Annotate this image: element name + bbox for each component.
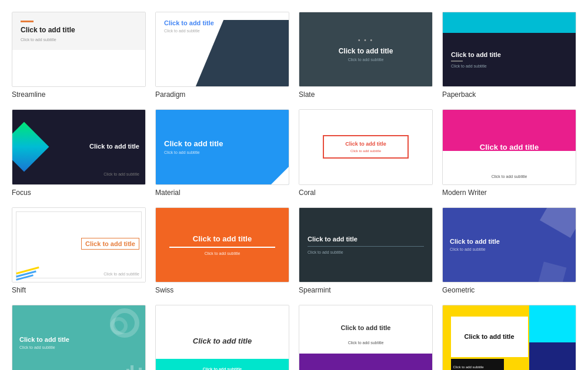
shift-label: Shift — [12, 286, 146, 294]
paperback-teal-bar — [443, 12, 576, 33]
pop-title: Click to add title — [462, 331, 517, 342]
paperback-content: Click to add title Click to add subtitle — [443, 33, 576, 86]
template-item-material[interactable]: Click to add title Click to add subtitle… — [155, 109, 289, 196]
pop-dark-block — [529, 342, 576, 370]
beach-day-subtitle: Click to add subtitle — [203, 367, 242, 370]
template-item-paperback[interactable]: Click to add title Click to add subtitle… — [442, 12, 576, 99]
momentum-circle2 — [110, 317, 128, 335]
swiss-title: Click to add title — [193, 234, 252, 243]
shift-title: Click to add title — [81, 238, 139, 250]
paperback-subtitle: Click to add subtitle — [451, 64, 567, 68]
template-item-modern-writer[interactable]: Click to add title Click to add subtitle… — [442, 109, 576, 196]
template-item-plum[interactable]: Click to add title Click to add subtitle… — [299, 305, 433, 370]
template-item-spearmint[interactable]: Click to add title Click to add subtitle… — [299, 207, 433, 294]
template-thumb-momentum[interactable]: Click to add title Click to add subtitle — [12, 305, 146, 370]
slate-label: Slate — [299, 90, 433, 99]
modern-writer-title: Click to add title — [443, 143, 576, 152]
template-item-geometric[interactable]: Click to add title Click to add subtitle… — [442, 207, 576, 294]
swiss-label: Swiss — [155, 286, 289, 294]
material-content: Click to add title Click to add subtitle — [156, 110, 289, 184]
material-subtitle: Click to add subtitle — [164, 150, 280, 154]
material-corner — [271, 167, 289, 184]
template-thumb-streamline[interactable]: Click to add title Click to add subtitle — [12, 12, 146, 87]
template-grid: Click to add title Click to add subtitle… — [12, 12, 576, 370]
template-thumb-shift[interactable]: Click to add title Click to add subtitle — [12, 207, 146, 282]
template-item-momentum[interactable]: Click to add title Click to add subtitle… — [12, 305, 146, 370]
paradigm-title: Click to add title — [164, 19, 214, 26]
spearmint-label: Spearmint — [299, 286, 433, 294]
focus-title: Click to add title — [89, 143, 139, 150]
template-item-pop[interactable]: Click to add title Click to add subtitle… — [442, 305, 576, 370]
template-thumb-material[interactable]: Click to add title Click to add subtitle — [155, 109, 289, 184]
streamline-label: Streamline — [12, 90, 146, 99]
template-thumb-spearmint[interactable]: Click to add title Click to add subtitle — [299, 207, 433, 282]
paradigm-label: Paradigm — [155, 90, 289, 99]
slate-dots: • • • — [358, 37, 373, 43]
streamline-subtitle: Click to add subtitle — [21, 38, 137, 42]
pop-subtitle: Click to add subtitle — [453, 365, 484, 369]
template-item-focus[interactable]: Click to add title Click to add subtitle… — [12, 109, 146, 196]
slate-subtitle: Click to add subtitle — [348, 58, 384, 62]
coral-box: Click to add title Click to add subtitle — [323, 135, 409, 159]
pop-white-box: Click to add title — [451, 317, 528, 357]
plum-subtitle: Click to add subtitle — [348, 340, 384, 344]
beach-day-title: Click to add title — [193, 336, 252, 345]
paperback-title: Click to add title — [451, 51, 567, 58]
spearmint-title: Click to add title — [308, 236, 424, 243]
template-item-coral[interactable]: Click to add title Click to add subtitle… — [299, 109, 433, 196]
modern-writer-subtitle: Click to add subtitle — [443, 174, 576, 179]
beach-day-teal-bar: Click to add subtitle — [156, 359, 289, 370]
material-title: Click to add title — [164, 139, 280, 148]
template-thumb-slate[interactable]: • • • Click to add title Click to add su… — [299, 12, 433, 87]
template-thumb-paradigm[interactable]: Click to add title Click to add subtitle — [155, 12, 289, 87]
spearmint-line — [308, 246, 424, 247]
coral-title: Click to add title — [345, 141, 386, 147]
geometric-label: Geometric — [442, 286, 576, 294]
template-thumb-modern-writer[interactable]: Click to add title Click to add subtitle — [442, 109, 576, 184]
streamline-accent — [21, 21, 34, 22]
focus-subtitle: Click to add subtitle — [103, 172, 139, 176]
template-thumb-focus[interactable]: Click to add title Click to add subtitle — [12, 109, 146, 184]
swiss-line — [169, 247, 276, 248]
template-thumb-beach-day[interactable]: Click to add title Click to add subtitle — [155, 305, 289, 370]
swiss-subtitle: Click to add subtitle — [205, 251, 240, 255]
paperback-line — [451, 60, 463, 62]
template-thumb-pop[interactable]: Click to add title Click to add subtitle — [442, 305, 576, 370]
plum-title: Click to add title — [341, 324, 391, 331]
modern-writer-label: Modern Writer — [442, 189, 576, 197]
shift-subtitle: Click to add subtitle — [103, 272, 139, 276]
template-thumb-swiss[interactable]: Click to add title Click to add subtitle — [155, 207, 289, 282]
slate-title: Click to add title — [339, 47, 393, 55]
template-item-streamline[interactable]: Click to add title Click to add subtitle… — [12, 12, 146, 99]
template-item-beach-day[interactable]: Click to add title Click to add subtitle… — [155, 305, 289, 370]
template-thumb-paperback[interactable]: Click to add title Click to add subtitle — [442, 12, 576, 87]
spearmint-subtitle: Click to add subtitle — [308, 250, 424, 254]
template-item-slate[interactable]: • • • Click to add title Click to add su… — [299, 12, 433, 99]
plum-purple-bar — [299, 354, 432, 370]
momentum-subtitle: Click to add subtitle — [19, 345, 69, 349]
template-item-swiss[interactable]: Click to add title Click to add subtitle… — [155, 207, 289, 294]
template-thumb-plum[interactable]: Click to add title Click to add subtitle — [299, 305, 433, 370]
streamline-title: Click to add title — [21, 26, 137, 34]
momentum-content: Click to add title Click to add subtitle — [19, 335, 69, 349]
momentum-bars — [126, 365, 142, 370]
coral-subtitle: Click to add subtitle — [350, 149, 381, 153]
shift-lines — [16, 270, 39, 278]
pop-subtitle-bar: Click to add subtitle — [451, 359, 504, 370]
template-thumb-coral[interactable]: Click to add title Click to add subtitle — [299, 109, 433, 184]
coral-label: Coral — [299, 189, 433, 197]
momentum-title: Click to add title — [19, 335, 69, 342]
template-item-shift[interactable]: Click to add title Click to add subtitle… — [12, 207, 146, 294]
pop-cyan-block — [529, 305, 576, 342]
paradigm-subtitle: Click to add subtitle — [164, 29, 200, 33]
template-thumb-geometric[interactable]: Click to add title Click to add subtitle — [442, 207, 576, 282]
paperback-label: Paperback — [442, 90, 576, 99]
focus-label: Focus — [12, 189, 146, 197]
material-label: Material — [155, 189, 289, 197]
geometric-subtitle: Click to add subtitle — [450, 247, 569, 251]
focus-diamond — [12, 122, 49, 172]
paradigm-dark-shape — [196, 20, 289, 87]
geometric-title: Click to add title — [450, 238, 569, 245]
template-item-paradigm[interactable]: Click to add title Click to add subtitle… — [155, 12, 289, 99]
